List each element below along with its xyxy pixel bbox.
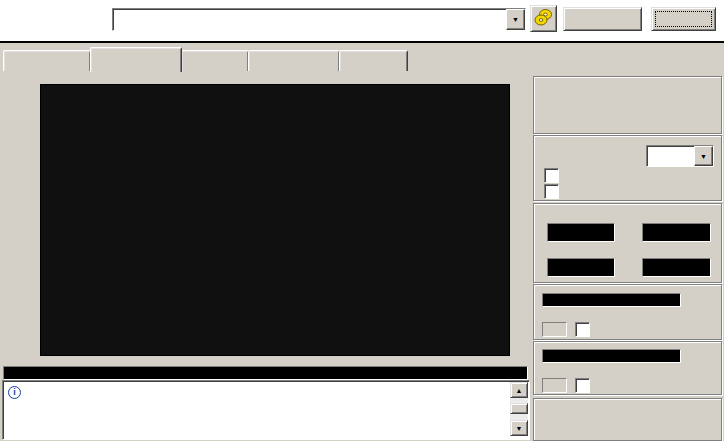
chevron-down-icon[interactable]: ▼ [506,9,525,30]
start-button[interactable] [563,7,642,31]
toolbar-separator [0,41,724,43]
buffer-panel [533,284,722,340]
tab-create-disc[interactable] [90,47,182,72]
scroll-up-button[interactable]: ▲ [510,382,528,398]
info-icon: i [8,386,21,399]
cpu-progressbar [542,349,681,363]
cpu-progress-fill [543,350,680,362]
end-speed-display [642,258,711,277]
settings-panel: ▼ [533,135,722,201]
log-entry: i [3,386,21,400]
speed-type-display [642,223,711,242]
buffer-progressbar [542,293,681,307]
tab-disc-quality[interactable] [248,50,340,71]
log-entry [3,402,21,416]
progress-panel [533,398,722,441]
toolbar: ▼ [0,0,724,41]
speed-select[interactable]: ▼ [646,145,714,167]
burn-image-checkbox[interactable] [544,168,559,183]
log-scrollbar[interactable]: ▲ ▼ [510,382,528,436]
status-log: i ▲ ▼ [2,380,530,440]
speed-chart [40,84,510,356]
position-progress-fill [4,367,527,379]
buffer-color-swatch [542,322,567,337]
eject-disc-button[interactable] [530,5,557,32]
scroll-thumb[interactable] [510,403,528,414]
cpu-show-graph-checkbox[interactable] [575,378,590,393]
tab-disc-info[interactable] [181,50,249,71]
average-speed-display [547,223,615,242]
drive-select[interactable]: ▼ [112,8,526,31]
tab-scandisc[interactable] [339,50,408,71]
speed-chart-plot [41,85,509,355]
speed-panel [533,203,722,283]
buffer-progress-fill [543,294,680,306]
chevron-down-icon[interactable]: ▼ [694,146,713,166]
cpu-panel [533,341,722,395]
buffer-show-graph-checkbox[interactable] [575,322,590,337]
start-speed-display [547,258,615,277]
log-entry [3,418,21,432]
position-progressbar [3,366,528,380]
disc-info-panel [533,76,722,134]
simulate-checkbox[interactable] [544,184,559,199]
scroll-down-button[interactable]: ▼ [510,420,528,436]
tab-benchmark[interactable] [3,50,91,71]
exit-button[interactable] [651,7,716,31]
cpu-color-swatch [542,378,567,393]
nero-cd-dvd-speed-window: ▼ i [0,0,724,441]
discs-icon [534,8,553,27]
